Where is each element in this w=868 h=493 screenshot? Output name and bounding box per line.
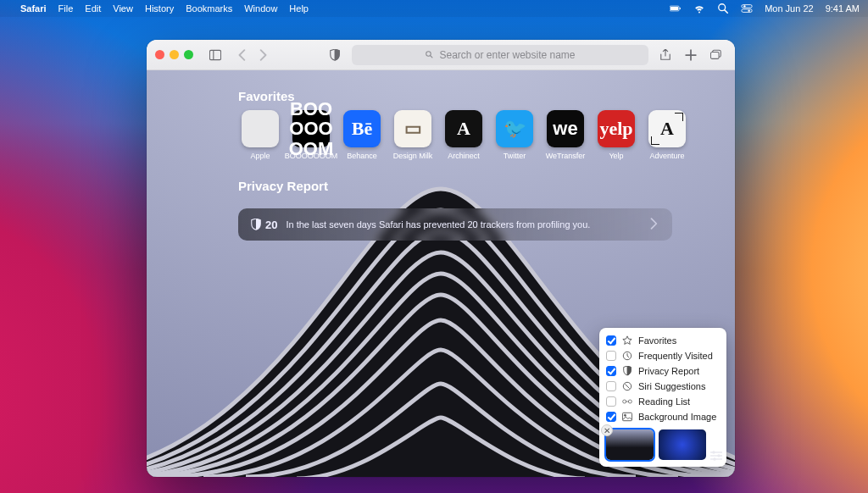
background-thumb-2[interactable] (659, 429, 706, 460)
new-tab-button[interactable] (681, 46, 701, 64)
svg-point-7 (743, 5, 745, 7)
shield-icon (250, 219, 262, 230)
start-page: Favorites AppleBOO OOO OOMBOOOOOOOMBēBeh… (147, 70, 735, 477)
popover-row-favorites[interactable]: Favorites (606, 333, 720, 348)
favorite-twitter[interactable]: 🐦Twitter (492, 110, 537, 160)
svg-point-26 (712, 451, 715, 454)
svg-point-8 (748, 9, 750, 11)
svg-point-28 (713, 457, 716, 461)
menu-file[interactable]: File (58, 3, 74, 14)
window-minimize-button[interactable] (170, 50, 179, 59)
svg-point-19 (623, 400, 626, 403)
battery-icon[interactable] (670, 0, 682, 17)
popover-row-frequently-visited[interactable]: Frequently Visited (606, 348, 720, 363)
favorite-yelp[interactable]: yelpYelp (594, 110, 638, 160)
menu-bookmarks[interactable]: Bookmarks (186, 3, 232, 14)
favorite-behance[interactable]: BēBehance (340, 110, 384, 160)
app-menu[interactable]: Safari (20, 3, 47, 14)
window-zoom-button[interactable] (184, 50, 193, 59)
safari-window: Search or enter website name (147, 40, 735, 477)
privacy-count: 20 (265, 219, 277, 231)
background-thumb-1[interactable] (606, 429, 654, 460)
menubar-time[interactable]: 9:41 AM (826, 3, 860, 14)
favorite-design-milk[interactable]: ▭Design Milk (391, 110, 435, 160)
favorite-archinect[interactable]: AArchinect (442, 110, 486, 160)
shield-icon (621, 366, 633, 376)
privacy-message: In the last seven days Safari has preven… (286, 219, 590, 230)
clock-icon (621, 351, 633, 361)
popover-checkbox[interactable] (606, 396, 616, 407)
favorite-tile: A (648, 110, 686, 147)
popover-label: Favorites (638, 335, 676, 346)
popover-checkbox[interactable] (606, 366, 616, 376)
macos-menubar: Safari File Edit View History Bookmarks … (0, 0, 868, 17)
svg-rect-14 (710, 52, 719, 58)
spotlight-icon[interactable] (717, 0, 729, 17)
remove-background-button[interactable]: ✕ (601, 424, 613, 436)
popover-label: Background Image (638, 412, 716, 422)
popover-checkbox[interactable] (606, 381, 616, 391)
share-button[interactable] (655, 46, 676, 64)
favorite-adventure[interactable]: AAdventure (645, 110, 689, 160)
siri-icon (621, 381, 633, 391)
privacy-report-row[interactable]: 20 In the last seven days Safari has pre… (238, 208, 672, 241)
control-center-icon[interactable] (741, 0, 753, 17)
glasses-icon (621, 396, 633, 407)
start-page-settings-button[interactable] (709, 450, 723, 465)
popover-row-siri-suggestions[interactable]: Siri Suggestions (606, 379, 720, 394)
svg-line-4 (725, 10, 728, 14)
favorite-tile: yelp (598, 110, 635, 147)
favorite-label: Yelp (609, 152, 623, 160)
forward-button[interactable] (253, 46, 273, 64)
popover-checkbox[interactable] (606, 412, 616, 422)
menu-window[interactable]: Window (244, 3, 277, 14)
svg-point-20 (628, 400, 632, 403)
favorite-tile: Bē (343, 110, 381, 147)
popover-label: Privacy Report (638, 366, 699, 376)
menubar-date[interactable]: Mon Jun 22 (765, 3, 813, 14)
favorite-label: Apple (250, 152, 270, 160)
svg-line-18 (625, 384, 629, 388)
favorite-label: Behance (347, 152, 377, 160)
favorite-label: Design Milk (393, 152, 433, 160)
back-button[interactable] (232, 46, 253, 64)
privacy-report-heading: Privacy Report (147, 160, 735, 200)
popover-checkbox[interactable] (606, 351, 616, 361)
url-bar-placeholder: Search or enter website name (439, 49, 575, 61)
favorites-heading: Favorites (147, 70, 735, 110)
menu-history[interactable]: History (145, 3, 174, 14)
svg-rect-1 (670, 7, 678, 10)
favorite-booooooom[interactable]: BOO OOO OOMBOOOOOOOM (289, 110, 333, 160)
favorite-apple[interactable]: Apple (238, 110, 282, 160)
start-page-settings-popover: FavoritesFrequently VisitedPrivacy Repor… (599, 328, 726, 467)
svg-point-11 (426, 52, 431, 57)
popover-label: Reading List (638, 396, 690, 407)
chevron-right-icon (648, 218, 660, 231)
url-bar[interactable]: Search or enter website name (352, 45, 648, 65)
popover-row-background-image[interactable]: Background Image (606, 409, 720, 424)
svg-rect-2 (680, 8, 681, 9)
show-tabs-button[interactable] (706, 46, 726, 64)
favorite-wetransfer[interactable]: weWeTransfer (543, 110, 587, 160)
favorite-label: BOOOOOOOM (285, 152, 338, 160)
favorite-tile: we (547, 110, 584, 147)
popover-checkbox[interactable] (606, 335, 616, 346)
star-icon (621, 335, 633, 346)
image-icon (621, 412, 633, 422)
svg-rect-21 (622, 413, 632, 420)
favorite-tile: 🐦 (496, 110, 533, 147)
window-close-button[interactable] (155, 50, 164, 59)
favorite-tile: BOO OOO OOM (292, 110, 330, 147)
menu-edit[interactable]: Edit (85, 3, 101, 14)
privacy-report-button[interactable] (325, 46, 345, 64)
favorite-label: Archinect (448, 152, 480, 160)
sidebar-toggle-button[interactable] (205, 46, 225, 64)
menu-help[interactable]: Help (289, 3, 309, 14)
wifi-icon[interactable] (693, 0, 705, 17)
popover-row-reading-list[interactable]: Reading List (606, 394, 720, 409)
popover-row-privacy-report[interactable]: Privacy Report (606, 363, 720, 379)
menu-view[interactable]: View (113, 3, 133, 14)
favorite-label: Adventure (649, 152, 684, 160)
svg-rect-9 (209, 50, 220, 59)
svg-rect-5 (742, 5, 752, 8)
